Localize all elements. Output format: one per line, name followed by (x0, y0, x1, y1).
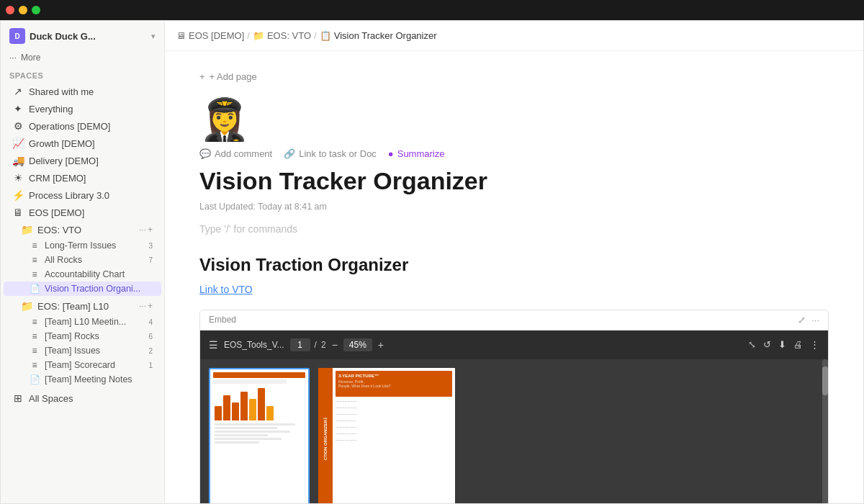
pdf-page-nav: / 2 (290, 338, 326, 351)
team-folder-actions: ··· + (139, 301, 153, 311)
titlebar (0, 0, 864, 20)
share-icon: ↗ (12, 86, 24, 97)
sidebar-item-operations[interactable]: ⚙ Operations [DEMO] (4, 117, 161, 135)
sidebar-subitem-accountability-chart[interactable]: ≡ Accountability Chart (4, 267, 161, 282)
breadcrumb-vto[interactable]: EOS: VTO (267, 30, 311, 41)
folder-add-btn[interactable]: + (148, 225, 153, 235)
sidebar-more[interactable]: ··· More (1, 50, 164, 66)
main-content: 🖥 EOS [DEMO] / 📁 EOS: VTO / 📋 Vision Tra… (165, 21, 863, 503)
breadcrumb-sep-1: / (247, 30, 250, 41)
summarize-button[interactable]: ● Summarize (388, 148, 445, 159)
sidebar-item-all-spaces[interactable]: ⊞ All Spaces (4, 390, 161, 407)
crm-icon: ☀ (12, 172, 24, 184)
breadcrumb-doc-icon: 📋 (320, 30, 331, 41)
sidebar-item-growth[interactable]: 📈 Growth [DEMO] (4, 135, 161, 152)
pdf-rotate-icon[interactable]: ↺ (763, 339, 771, 350)
close-button[interactable] (6, 6, 14, 14)
team-folder-more-btn[interactable]: ··· (139, 301, 146, 311)
sidebar-subitem-team-rocks[interactable]: ≡ [Team] Rocks 6 (4, 329, 161, 343)
breadcrumb: 🖥 EOS [DEMO] / 📁 EOS: VTO / 📋 Vision Tra… (176, 30, 437, 41)
pdf-page-1[interactable] (209, 368, 310, 503)
pdf-p2-sidebar: CTION ORGANIZER™ (318, 368, 333, 503)
sidebar-item-process[interactable]: ⚡ Process Library 3.0 (4, 186, 161, 204)
pdf-options-icon[interactable]: ⋮ (810, 339, 819, 350)
pdf-zoom-out-button[interactable]: − (332, 339, 338, 351)
pdf-print-icon[interactable]: 🖨 (793, 339, 803, 350)
team-folder-add-btn[interactable]: + (148, 301, 153, 311)
add-icon: + (199, 71, 205, 82)
pdf-zoom-in-button[interactable]: + (378, 339, 384, 351)
doc-icon: 📄 (30, 374, 40, 384)
sidebar-subitem-long-term-issues[interactable]: ≡ Long-Term Issues 3 (4, 238, 161, 253)
embed-more-icon[interactable]: ··· (811, 315, 819, 325)
folder-icon: 📁 (21, 224, 32, 235)
everything-icon: ✦ (12, 103, 24, 114)
pdf-scrollbar[interactable] (822, 359, 828, 503)
document-content: + + Add page 👩‍✈️ 💬 Add comment 🔗 Link t… (165, 51, 863, 503)
breadcrumb-sep-2: / (314, 30, 317, 41)
expand-icon[interactable]: ⤢ (798, 315, 806, 325)
sidebar-item-everything[interactable]: ✦ Everything (4, 100, 161, 117)
folder-more-btn[interactable]: ··· (139, 225, 146, 235)
link-to-task-button[interactable]: 🔗 Link to task or Doc (284, 148, 377, 159)
breadcrumb-vto-icon: 📁 (253, 30, 264, 41)
sidebar-subitem-l10-meeting[interactable]: ≡ [Team] L10 Meetin... 4 (4, 315, 161, 329)
minimize-button[interactable] (19, 6, 27, 14)
eos-team-folder[interactable]: 📁 EOS: [Team] L10 ··· + (4, 297, 161, 315)
maximize-button[interactable] (32, 6, 40, 14)
pdf-fit-page-icon[interactable]: ⤡ (748, 339, 756, 350)
workspace-header[interactable]: D Duck Duck G... ▾ (1, 21, 164, 50)
breadcrumb-eos[interactable]: EOS [DEMO] (189, 30, 244, 41)
doc-last-updated: Last Updated: Today at 8:41 am (199, 202, 829, 212)
doc-placeholder[interactable]: Type '/' for commands (199, 223, 829, 235)
sidebar-subitem-meeting-notes[interactable]: 📄 [Team] Meeting Notes (4, 372, 161, 387)
section-heading: Vision Traction Organizer (199, 255, 829, 275)
pdf-zoom-value: 45% (343, 338, 372, 351)
pdf-scrollbar-thumb[interactable] (822, 366, 828, 395)
spaces-label: Spaces (1, 66, 164, 83)
app-container: D Duck Duck G... ▾ ··· More Spaces ↗ Sha… (0, 20, 864, 504)
pdf-download-icon[interactable]: ⬇ (778, 339, 786, 350)
ellipsis-icon: ··· (9, 53, 17, 63)
doc-title: Vision Tracker Organizer (199, 166, 829, 196)
list-icon: ≡ (30, 255, 40, 265)
add-comment-button[interactable]: 💬 Add comment (199, 148, 272, 159)
pdf-menu-icon[interactable]: ☰ (209, 339, 218, 351)
workspace-chevron: ▾ (151, 32, 156, 41)
pdf-page-input[interactable] (290, 338, 310, 351)
pdf-filename: EOS_Tools_V... (224, 340, 284, 350)
add-page-button[interactable]: + + Add page (199, 68, 829, 85)
list-icon: ≡ (30, 269, 40, 279)
vto-link[interactable]: Link to VTO (199, 284, 829, 295)
list-icon: ≡ (30, 360, 40, 370)
process-icon: ⚡ (12, 189, 24, 201)
eos-icon: 🖥 (12, 207, 24, 218)
sidebar-subitem-team-scorecard[interactable]: ≡ [Team] Scorecard 1 (4, 358, 161, 372)
sidebar-item-delivery[interactable]: 🚚 Delivery [DEMO] (4, 152, 161, 169)
doc-emoji[interactable]: 👩‍✈️ (199, 99, 829, 140)
summarize-icon: ● (388, 148, 394, 159)
breadcrumb-current: Vision Tracker Organizer (334, 30, 437, 41)
breadcrumb-eos-icon: 🖥 (176, 30, 186, 41)
operations-icon: ⚙ (12, 120, 24, 132)
pdf-page-wrapper-2: CTION ORGANIZER™ 3-YEAR PICTURE™ Revenue… (318, 368, 455, 503)
sidebar-subitem-all-rocks[interactable]: ≡ All Rocks 7 (4, 253, 161, 267)
embed-body: ☰ EOS_Tools_V... / 2 − 45% + ⤡ (200, 330, 828, 503)
sidebar-item-crm[interactable]: ☀ CRM [DEMO] (4, 169, 161, 186)
embed-controls: ⤢ ··· (798, 315, 819, 325)
pdf-page-wrapper-1: 1 (209, 368, 310, 503)
pdf-page-2[interactable]: CTION ORGANIZER™ 3-YEAR PICTURE™ Revenue… (318, 368, 455, 503)
link-icon: 🔗 (284, 148, 295, 159)
embed-label: Embed (209, 315, 792, 325)
embed-header: Embed ⤢ ··· (200, 310, 828, 330)
sidebar-subitem-vision-traction[interactable]: 📄 Vision Traction Organi... (4, 282, 161, 296)
eos-vto-folder[interactable]: 📁 EOS: VTO ··· + (4, 221, 161, 238)
sidebar-subitem-team-issues[interactable]: ≡ [Team] Issues 2 (4, 343, 161, 358)
pdf-right-buttons: ⤡ ↺ ⬇ 🖨 ⋮ (748, 339, 819, 350)
list-icon: ≡ (30, 331, 40, 341)
sidebar: D Duck Duck G... ▾ ··· More Spaces ↗ Sha… (1, 21, 165, 503)
delivery-icon: 🚚 (12, 155, 24, 166)
sidebar-item-shared[interactable]: ↗ Shared with me (4, 83, 161, 100)
pdf-total-pages: 2 (321, 340, 326, 350)
sidebar-item-eos[interactable]: 🖥 EOS [DEMO] (4, 204, 161, 221)
